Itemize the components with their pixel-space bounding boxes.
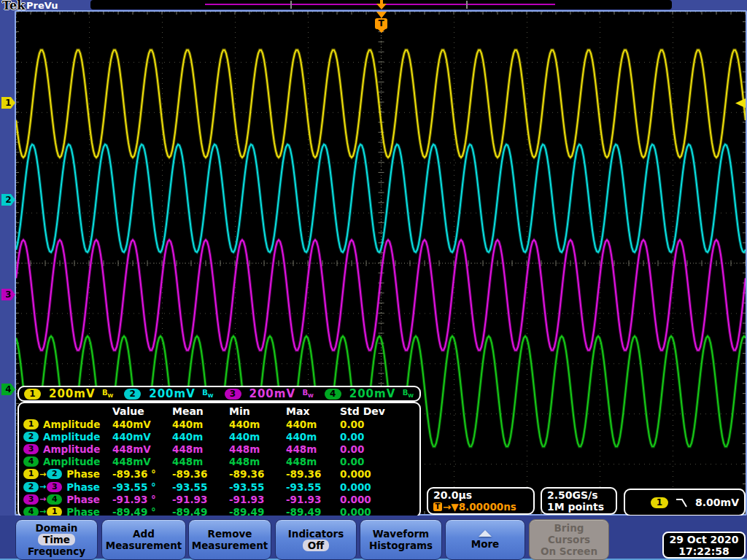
selected-option: Time: [38, 534, 75, 545]
channel-2-badge[interactable]: 2: [124, 389, 141, 400]
measurement-row-phase-1-2: 1→2Phase -89.36 °-89.36-89.36-89.360.000: [23, 468, 419, 481]
time: 17:22:58: [664, 545, 744, 557]
col-stddev: Std Dev: [340, 405, 419, 417]
channel-1-position-marker[interactable]: 1: [1, 97, 15, 109]
channel-3-readout: 3 200mV BW: [220, 387, 320, 400]
menu-button-indicators[interactable]: Indicators Off: [275, 519, 357, 560]
trigger-arrow-icon: [376, 12, 387, 18]
menu-button-more[interactable]: More: [445, 519, 525, 560]
bottom-menu-bar: Domain Time Frequency Add Measurement Re…: [0, 516, 747, 560]
channel-2-scale[interactable]: 200mV: [149, 387, 196, 400]
date: 29 Oct 2020: [664, 534, 744, 545]
menu-button-add-measurement[interactable]: Add Measurement: [101, 519, 186, 560]
measurement-table: Value Mean Min Max Std Dev 1Amplitude 44…: [18, 402, 421, 518]
datetime-display: 29 Oct 2020 17:22:58: [662, 532, 746, 559]
record-view-bar: [90, 0, 672, 9]
record-length: 1M points: [547, 501, 611, 513]
channel-1-badge[interactable]: 1: [24, 389, 41, 400]
trigger-t-icon: T: [433, 502, 442, 511]
delay-readout: T→▼8.00000ns: [433, 501, 528, 513]
channel-2-badge: 2: [23, 432, 39, 442]
channel-4-bandwidth-icon: BW: [403, 389, 414, 399]
channel-4-badge: 4: [23, 456, 39, 467]
trigger-source-badge: 1: [651, 497, 668, 508]
channel-2-badge: 2: [23, 482, 39, 492]
channel-3-bandwidth-icon: BW: [302, 389, 313, 399]
channel-3-badge: 3: [23, 444, 39, 454]
col-mean: Mean: [172, 405, 229, 417]
graticule-display: T 1 200mV BW 2 200mV BW 3 200mV BW 4: [15, 10, 747, 516]
horizontal-readout[interactable]: 20.0µs T→▼8.00000ns: [427, 487, 535, 515]
channel-2-bandwidth-icon: BW: [202, 389, 213, 399]
channel-3-position-marker[interactable]: 3: [1, 289, 15, 300]
channel-3-badge[interactable]: 3: [225, 389, 241, 400]
oscilloscope-screen: Tek PreVu T 1 200mV BW 2: [0, 0, 747, 560]
falling-edge-icon: [676, 497, 688, 508]
channel-1-badge: 1: [23, 469, 39, 479]
record-window-left-bracket: [290, 1, 292, 9]
menu-button-waveform-histograms[interactable]: Waveform Histograms: [360, 519, 442, 560]
channel-1-readout: 1 200mV BW: [19, 387, 119, 400]
col-value: Value: [112, 405, 172, 417]
menu-button-bring-cursors: Bring Cursors On Screen: [529, 519, 609, 560]
channel-4-readout: 4 200mV BW: [320, 387, 419, 400]
arrow-icon: →: [39, 470, 46, 479]
time-per-div: 20.0µs: [433, 489, 528, 501]
trigger-position-marker[interactable]: T: [375, 12, 388, 32]
measurement-row-phase-3-4: 3→4Phase -91.93 °-91.93-91.93-91.930.000: [23, 493, 419, 505]
channel-4-scale[interactable]: 200mV: [349, 387, 396, 400]
measurement-row-ch3-amplitude: 3Amplitude 448mV448m448m448m0.00: [23, 443, 419, 455]
trigger-t-icon: T: [375, 18, 387, 29]
trigger-level: 8.00mV: [695, 497, 739, 508]
arrow-icon: →: [39, 482, 46, 491]
measurement-row-ch4-amplitude: 4Amplitude 448mV448m448m448m0.00: [23, 456, 419, 468]
measurement-row-phase-2-3: 2→3Phase -93.55 °-93.55-93.55-93.550.000: [23, 481, 419, 493]
channel-scale-bar: 1 200mV BW 2 200mV BW 3 200mV BW 4 200mV…: [18, 386, 421, 402]
channel-3-badge: 3: [47, 482, 62, 492]
measurement-row-ch2-amplitude: 2Amplitude 440mV440m440m440m0.00: [23, 430, 419, 443]
trigger-readout[interactable]: 1 8.00mV: [624, 489, 746, 516]
measurement-row-ch1-amplitude: 1Amplitude 440mV440m440m440m0.00: [23, 418, 419, 430]
arrow-icon: →: [39, 494, 46, 504]
selected-option: Off: [303, 540, 329, 551]
col-max: Max: [286, 405, 340, 417]
channel-3-badge: 3: [23, 494, 39, 505]
record-window-right-bracket: [466, 1, 468, 9]
channel-4-badge[interactable]: 4: [325, 389, 341, 400]
up-triangle-icon: [479, 530, 492, 537]
acquisition-readout[interactable]: 2.50GS/s 1M points: [541, 487, 617, 515]
channel-1-scale[interactable]: 200mV: [49, 387, 96, 400]
channel-4-position-marker[interactable]: 4: [1, 384, 15, 395]
top-status-bar: Tek PreVu: [0, 0, 747, 11]
sample-rate: 2.50GS/s: [547, 489, 611, 501]
measurement-table-header: Value Mean Min Max Std Dev: [23, 404, 419, 418]
menu-button-remove-measurement[interactable]: Remove Measurement: [188, 519, 271, 560]
record-trigger-position-icon[interactable]: [376, 0, 387, 9]
channel-2-badge: 2: [47, 469, 62, 479]
channel-4-badge: 4: [47, 494, 62, 505]
channel-3-scale[interactable]: 200mV: [249, 387, 296, 400]
menu-button-domain[interactable]: Domain Time Frequency: [15, 519, 98, 560]
channel-1-badge: 1: [23, 419, 39, 429]
acquisition-status: PreVu: [26, 0, 58, 11]
channel-2-readout: 2 200mV BW: [119, 387, 219, 400]
channel-2-position-marker[interactable]: 2: [1, 194, 15, 206]
col-min: Min: [229, 405, 286, 417]
channel-1-bandwidth-icon: BW: [102, 389, 113, 399]
